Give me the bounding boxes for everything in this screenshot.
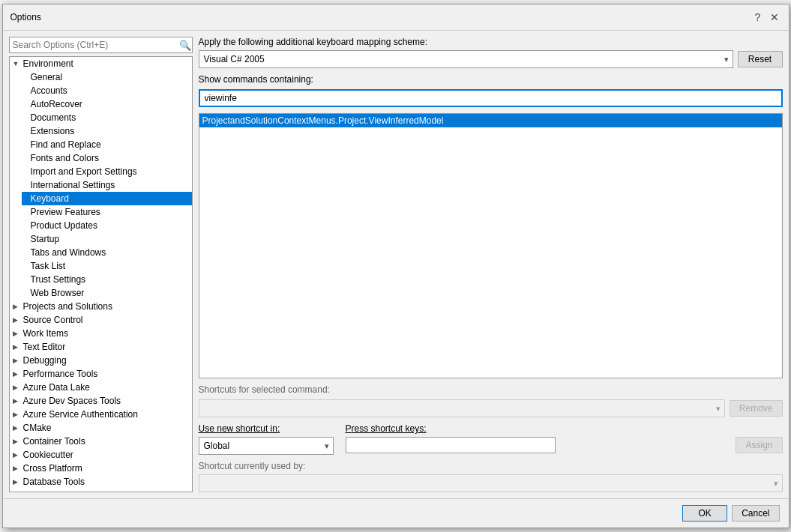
environment-children: General Accounts AutoRecover Documents E…	[10, 70, 192, 300]
cmake-label: CMake	[23, 423, 52, 433]
search-input[interactable]	[9, 37, 193, 53]
azure-data-lake-label: Azure Data Lake	[23, 382, 90, 393]
tree-item-cross-platform[interactable]: ▶ Cross Platform	[10, 462, 192, 475]
shortcuts-row: Shortcuts for selected command:	[199, 384, 783, 395]
dialog-footer: OK Cancel	[3, 498, 789, 528]
tree-item-general[interactable]: General	[22, 70, 192, 84]
commands-input[interactable]	[199, 89, 783, 107]
text-editor-label: Text Editor	[23, 342, 66, 352]
tree-item-import-export[interactable]: Import and Export Settings	[22, 165, 192, 178]
mapping-label: Apply the following additional keyboard …	[199, 37, 783, 47]
new-shortcut-row: Use new shortcut in: Global Press shortc…	[199, 423, 783, 455]
expand-icon-database: ▶	[13, 478, 22, 486]
cancel-button[interactable]: Cancel	[732, 505, 779, 522]
tree-item-web-browser[interactable]: Web Browser	[22, 286, 192, 300]
title-bar-left: Options	[10, 12, 41, 22]
expand-icon-environment: ▼	[13, 60, 22, 67]
expand-icon-performance: ▶	[13, 370, 22, 378]
tree-item-startup[interactable]: Startup	[22, 232, 192, 246]
remove-button[interactable]: Remove	[730, 400, 783, 417]
tree-item-performance-tools[interactable]: ▶ Performance Tools	[10, 367, 192, 381]
tree-item-find-replace[interactable]: Find and Replace	[22, 138, 192, 151]
cookiecutter-label: Cookiecutter	[23, 450, 73, 460]
expand-icon-text-editor: ▶	[13, 343, 22, 351]
tree-item-environment[interactable]: ▼ Environment	[10, 57, 192, 70]
command-item-viewinferred[interactable]: ProjectandSolutionContextMenus.Project.V…	[199, 114, 782, 127]
right-panel: Apply the following additional keyboard …	[199, 37, 783, 492]
use-shortcut-label-text2: ew shortcut in:	[222, 423, 280, 434]
tree-item-debugging[interactable]: ▶ Debugging	[10, 354, 192, 367]
press-shortcut-input[interactable]	[346, 437, 556, 453]
expand-icon-work-items: ▶	[13, 330, 22, 337]
tree-item-projects-solutions[interactable]: ▶ Projects and Solutions	[10, 300, 192, 313]
tree-item-azure-service-auth[interactable]: ▶ Azure Service Authentication	[10, 408, 192, 421]
shortcuts-label: Shortcuts for selected command:	[199, 384, 330, 395]
mapping-section: Apply the following additional keyboard …	[199, 37, 783, 68]
mapping-dropdown-wrapper: Visual C# 2005	[199, 50, 733, 68]
press-shortcut-text: ress shortcut keys:	[352, 423, 427, 434]
left-panel: 🔍 ▼ Environment General Accounts AutoRec…	[9, 37, 193, 492]
azure-dev-spaces-label: Azure Dev Spaces Tools	[23, 396, 121, 406]
shortcuts-input-row: Remove	[199, 399, 783, 417]
tree-item-database-tools[interactable]: ▶ Database Tools	[10, 475, 192, 489]
tree-item-cookiecutter[interactable]: ▶ Cookiecutter	[10, 448, 192, 462]
expand-icon-container: ▶	[13, 438, 22, 445]
title-bar: Options ? ✕	[3, 4, 789, 31]
tree-item-preview-features[interactable]: Preview Features	[22, 205, 192, 219]
tree-item-source-control[interactable]: ▶ Source Control	[10, 313, 192, 327]
tree-item-documents[interactable]: Documents	[22, 111, 192, 124]
ok-button[interactable]: OK	[682, 505, 727, 522]
projects-label: Projects and Solutions	[23, 301, 112, 312]
tree-item-work-items[interactable]: ▶ Work Items	[10, 327, 192, 340]
expand-icon-cmake: ▶	[13, 424, 22, 432]
tree-item-product-updates[interactable]: Product Updates	[22, 219, 192, 232]
use-shortcut-label: Use new shortcut in:	[199, 423, 334, 434]
commands-list[interactable]: ProjectandSolutionContextMenus.Project.V…	[199, 113, 783, 378]
reset-button[interactable]: Reset	[738, 51, 783, 67]
tree-item-azure-dev-spaces[interactable]: ▶ Azure Dev Spaces Tools	[10, 394, 192, 408]
currently-used-select[interactable]	[199, 474, 783, 492]
tree-container[interactable]: ▼ Environment General Accounts AutoRecov…	[9, 56, 193, 492]
database-tools-label: Database Tools	[23, 477, 85, 487]
tree-item-azure-data-lake[interactable]: ▶ Azure Data Lake	[10, 381, 192, 394]
use-shortcut-select[interactable]: Global	[199, 437, 334, 455]
currently-used-label: Shortcut currently used by:	[199, 461, 783, 471]
shortcuts-section: Shortcuts for selected command: Remove	[199, 384, 783, 417]
container-tools-label: Container Tools	[23, 436, 85, 447]
tree-item-autorecover[interactable]: AutoRecover	[22, 97, 192, 111]
tree-item-trust-settings[interactable]: Trust Settings	[22, 273, 192, 286]
tree-item-accounts[interactable]: Accounts	[22, 84, 192, 97]
use-shortcut-col: Use new shortcut in: Global	[199, 423, 334, 455]
tree-item-fonts-colors[interactable]: Fonts and Colors	[22, 151, 192, 165]
close-button[interactable]: ✕	[768, 10, 781, 24]
tree-item-international[interactable]: International Settings	[22, 178, 192, 192]
assign-button[interactable]: Assign	[736, 437, 782, 453]
cross-platform-label: Cross Platform	[23, 463, 82, 474]
performance-tools-label: Performance Tools	[23, 369, 98, 379]
dialog-title: Options	[10, 12, 41, 22]
azure-service-auth-label: Azure Service Authentication	[23, 409, 138, 420]
work-items-label: Work Items	[23, 328, 68, 339]
tree-item-tabs-windows[interactable]: Tabs and Windows	[22, 246, 192, 259]
shortcuts-select[interactable]	[199, 399, 725, 417]
expand-icon-azure-dev: ▶	[13, 397, 22, 405]
expand-icon-debugging: ▶	[13, 357, 22, 364]
press-shortcut-underline: P	[346, 423, 352, 434]
options-dialog: Options ? ✕ 🔍 ▼ Environment Gener	[2, 4, 790, 528]
expand-icon-azure-auth: ▶	[13, 411, 22, 418]
mapping-scheme-select[interactable]: Visual C# 2005	[199, 50, 733, 68]
tree-item-text-editor[interactable]: ▶ Text Editor	[10, 340, 192, 354]
shortcuts-dropdown-wrapper	[199, 399, 725, 417]
debugging-label: Debugging	[23, 355, 67, 366]
press-shortcut-label: Press shortcut keys:	[346, 423, 724, 434]
currently-used-section: Shortcut currently used by:	[199, 461, 783, 492]
search-icon[interactable]: 🔍	[179, 40, 191, 51]
tree-item-container-tools[interactable]: ▶ Container Tools	[10, 435, 192, 448]
tree-item-extensions[interactable]: Extensions	[22, 124, 192, 138]
tree-item-cmake[interactable]: ▶ CMake	[10, 421, 192, 435]
tree-item-task-list[interactable]: Task List	[22, 259, 192, 273]
help-button[interactable]: ?	[751, 10, 765, 24]
commands-section: Show commands containing:	[199, 74, 783, 107]
expand-icon-azure-data-lake: ▶	[13, 384, 22, 391]
tree-item-keyboard[interactable]: Keyboard	[22, 192, 192, 205]
